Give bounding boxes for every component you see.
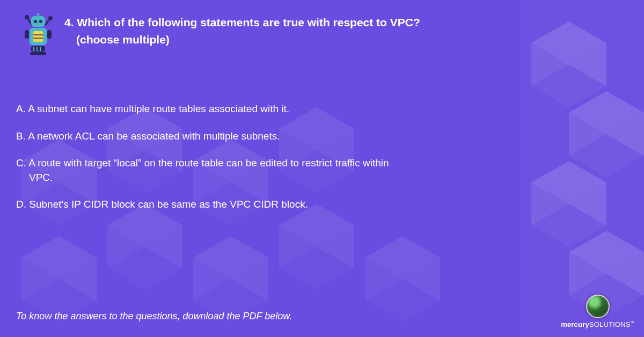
svg-rect-6 xyxy=(38,14,39,17)
svg-line-3 xyxy=(45,20,49,26)
brand-logo-icon xyxy=(586,295,610,318)
question-text-line1: Which of the following statements are tr… xyxy=(77,16,420,28)
svg-rect-4 xyxy=(31,16,45,27)
footer-note: To know the answers to the questions, do… xyxy=(16,311,292,322)
option-b: B. A network ACL can be associated with … xyxy=(16,129,504,144)
svg-rect-13 xyxy=(25,30,29,39)
question-number: 4. xyxy=(64,16,74,28)
svg-rect-10 xyxy=(33,31,43,42)
option-c-line2: VPC. xyxy=(16,171,504,185)
svg-point-7 xyxy=(34,20,37,23)
brand-text: mercurySOLUTIONS™ xyxy=(561,320,634,328)
brand-light: SOLUTIONS xyxy=(589,320,631,328)
svg-point-8 xyxy=(39,20,42,23)
question-title: 4. Which of the following statements are… xyxy=(64,13,420,48)
svg-rect-15 xyxy=(31,46,45,52)
svg-point-1 xyxy=(48,16,53,20)
svg-rect-14 xyxy=(47,30,52,39)
option-d: D. Subnet's IP CIDR block can be same as… xyxy=(16,197,504,212)
question-header: 4. Which of the following statements are… xyxy=(21,13,623,56)
brand-bold: mercury xyxy=(561,320,589,328)
svg-rect-19 xyxy=(30,52,46,55)
option-a: A. A subnet can have multiple route tabl… xyxy=(16,102,504,116)
option-c: C. A route with target “local” on the ro… xyxy=(16,156,504,185)
robot-icon xyxy=(21,13,55,56)
brand-tm: ™ xyxy=(631,321,634,325)
option-c-line1: C. A route with target “local” on the ro… xyxy=(16,156,504,171)
answer-options: A. A subnet can have multiple route tabl… xyxy=(16,102,504,225)
brand: mercurySOLUTIONS™ xyxy=(561,295,634,328)
question-text-line2: (choose multiple) xyxy=(64,31,420,48)
